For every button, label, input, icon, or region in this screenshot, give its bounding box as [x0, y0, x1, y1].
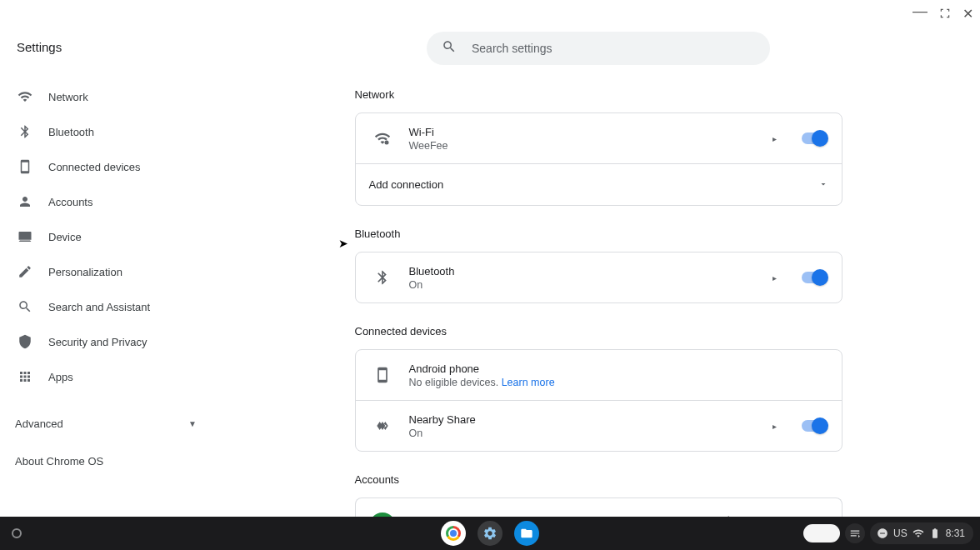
chevron-right-icon: ▸ [772, 422, 777, 431]
chevron-right-icon: ▸ [772, 273, 777, 282]
bluetooth-card: Bluetooth On ▸ [355, 252, 842, 303]
bluetooth-row[interactable]: Bluetooth On ▸ [356, 252, 842, 302]
sidebar-about[interactable]: About Chrome OS [15, 430, 217, 468]
chevron-right-icon: ▸ [772, 134, 777, 143]
battery-icon [929, 528, 941, 539]
main-content: Network Wi-Fi WeeFee ▸ Add connection [217, 0, 980, 517]
wifi-signal-icon [369, 125, 396, 152]
wifi-toggle[interactable] [802, 132, 827, 144]
maximize-button[interactable] [939, 8, 951, 21]
bluetooth-icon [17, 123, 33, 140]
laptop-icon [17, 228, 33, 245]
sidebar-item-label: Connected devices [48, 161, 141, 173]
status-tray[interactable]: US 8:31 [870, 522, 973, 544]
sidebar-item-label: Apps [48, 371, 73, 383]
page-title: Settings [15, 40, 217, 54]
sidebar-item-search-assistant[interactable]: Search and Assistant [15, 289, 217, 324]
about-label: About Chrome OS [15, 455, 103, 468]
sidebar-item-label: Accounts [48, 196, 92, 208]
sidebar-item-bluetooth[interactable]: Bluetooth [15, 114, 217, 149]
sidebar-item-label: Device [48, 231, 82, 243]
sidebar-item-personalization[interactable]: Personalization [15, 254, 217, 289]
clock-time: 8:31 [946, 528, 965, 539]
search-settings[interactable] [427, 32, 770, 65]
window-controls: — ✕ [912, 7, 973, 22]
advanced-label: Advanced [15, 418, 63, 430]
sidebar-item-label: Network [48, 91, 88, 103]
accounts-card: c Currently signed in as cros [355, 498, 842, 517]
launcher-button[interactable] [12, 528, 22, 538]
settings-sidebar: Settings Network Bluetooth Connected dev… [0, 0, 217, 517]
add-connection-label: Add connection [369, 178, 818, 191]
search-input[interactable] [472, 42, 755, 55]
section-title-bluetooth: Bluetooth [355, 228, 842, 240]
bluetooth-status: On [409, 279, 772, 291]
network-card: Wi-Fi WeeFee ▸ Add connection [355, 112, 842, 206]
search-icon [17, 298, 33, 315]
connected-devices-card: Android phone No eligible devices. Learn… [355, 349, 842, 452]
wifi-label: Wi-Fi [409, 126, 772, 138]
apps-icon [17, 368, 33, 385]
sidebar-item-label: Security and Privacy [48, 336, 148, 348]
sidebar-item-device[interactable]: Device [15, 219, 217, 254]
current-account-row[interactable]: c Currently signed in as cros [356, 498, 842, 517]
wifi-status-icon [912, 528, 924, 539]
android-phone-sub: No eligible devices. Learn more [409, 377, 828, 388]
pencil-icon [17, 263, 33, 280]
bluetooth-toggle[interactable] [802, 272, 827, 283]
person-icon [17, 193, 33, 210]
learn-more-link[interactable]: Learn more [502, 377, 555, 388]
shelf: US 8:31 [0, 517, 980, 550]
android-phone-label: Android phone [409, 362, 828, 375]
add-connection-row[interactable]: Add connection [356, 163, 842, 205]
nearby-share-row[interactable]: Nearby Share On ▸ [356, 400, 842, 451]
wifi-row[interactable]: Wi-Fi WeeFee ▸ [356, 113, 842, 163]
wifi-icon [17, 88, 33, 105]
sidebar-item-label: Personalization [48, 266, 122, 278]
shield-icon [17, 333, 33, 350]
dnd-icon [877, 528, 888, 539]
sidebar-item-label: Search and Assistant [48, 301, 150, 313]
close-button[interactable]: ✕ [962, 8, 973, 21]
nearby-share-status: On [409, 428, 772, 439]
chrome-app-icon[interactable] [441, 521, 466, 546]
android-phone-row[interactable]: Android phone No eligible devices. Learn… [356, 350, 842, 400]
phone-row-icon [369, 362, 396, 388]
media-control-icon[interactable] [845, 523, 865, 543]
files-app-icon[interactable] [514, 521, 539, 546]
ime-label: US [893, 528, 908, 539]
phone-icon [17, 158, 33, 175]
holding-space[interactable] [803, 524, 840, 542]
nearby-share-label: Nearby Share [409, 413, 772, 426]
sidebar-item-network[interactable]: Network [15, 79, 217, 114]
nearby-share-icon [369, 412, 396, 439]
search-icon [442, 39, 457, 58]
sidebar-item-security-privacy[interactable]: Security and Privacy [15, 324, 217, 359]
section-title-network: Network [355, 88, 842, 101]
section-title-accounts: Accounts [355, 473, 842, 486]
settings-app-icon[interactable] [478, 521, 502, 546]
sidebar-item-connected-devices[interactable]: Connected devices [15, 149, 217, 184]
bluetooth-row-icon [369, 264, 396, 291]
sidebar-item-accounts[interactable]: Accounts [15, 184, 217, 219]
bluetooth-label: Bluetooth [409, 265, 772, 278]
chevron-down-icon: ▼ [188, 419, 197, 428]
section-title-connected: Connected devices [355, 325, 842, 338]
chevron-down-icon [818, 178, 828, 192]
sidebar-item-label: Bluetooth [48, 126, 94, 138]
minimize-button[interactable]: — [912, 3, 928, 18]
svg-point-0 [384, 141, 388, 145]
sidebar-item-apps[interactable]: Apps [15, 359, 217, 394]
nearby-share-toggle[interactable] [802, 420, 827, 432]
sidebar-advanced[interactable]: Advanced ▼ [15, 402, 217, 430]
wifi-ssid: WeeFee [409, 140, 772, 152]
